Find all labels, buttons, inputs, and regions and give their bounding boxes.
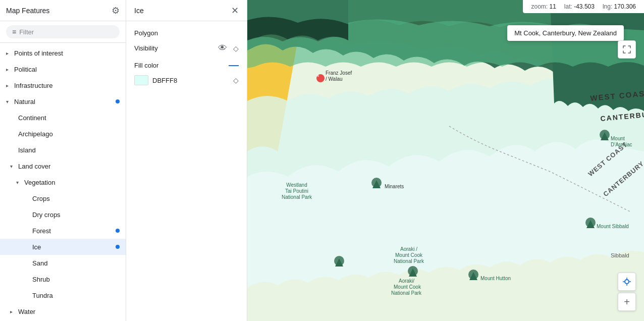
sidebar-item-label: Shrub [32,276,120,283]
sidebar-item-dry-crops[interactable]: Dry crops [0,206,126,223]
sidebar-item-ice[interactable]: Ice [0,239,126,255]
lng-label: lng: 170.306 [603,3,636,10]
active-dot [116,229,120,233]
sidebar-item-points-of-interest[interactable]: ▸Points of interest [0,45,126,61]
sidebar-item-label: Tundra [32,292,120,299]
detail-title: Ice [134,7,144,15]
polygon-label: Polygon [134,29,239,37]
sidebar: Map Features ⚙ ≡ Filter ▸Points of inter… [0,0,126,321]
svg-text:Sibbald: Sibbald [611,252,629,258]
tooltip-text: Mt Cook, Canterbury, New Zealand [514,29,617,37]
chevron-icon: ▾ [6,99,12,104]
svg-point-36 [625,280,629,284]
sidebar-item-label: Political [14,66,120,73]
svg-point-20 [585,218,596,228]
map-svg: WEST COAST CANTERBURY WEST COAST CANTERB… [247,0,644,321]
svg-point-35 [334,256,344,266]
fullscreen-button[interactable] [618,40,636,59]
eye-icon[interactable]: 👁 [218,43,227,54]
sidebar-item-shrub[interactable]: Shrub [0,271,126,287]
active-dot [116,99,120,103]
sidebar-item-label: Water [18,308,120,315]
sidebar-item-water[interactable]: ▸Water [0,303,126,319]
filter-bar: ≡ Filter [0,21,126,43]
tree-area: ▸Points of interest▸Political▸Infrastruc… [0,43,126,321]
sidebar-item-label: Crops [32,195,120,202]
close-button[interactable]: ✕ [231,5,239,16]
sidebar-item-continent[interactable]: Continent [0,110,126,126]
svg-text:Mount Hutton: Mount Hutton [480,276,511,281]
chevron-icon: ▾ [10,164,16,169]
svg-text:Mount: Mount [611,136,625,141]
sidebar-item-sand[interactable]: Sand [0,255,126,271]
gear-icon[interactable]: ⚙ [112,5,120,16]
sidebar-item-label: Land cover [18,163,120,170]
sidebar-item-political[interactable]: ▸Political [0,61,126,77]
sidebar-item-vegetation[interactable]: ▾Vegetation [0,174,126,190]
filter-input[interactable]: ≡ Filter [6,25,120,38]
svg-text:6: 6 [317,73,319,78]
sidebar-title: Map Features [6,7,49,15]
sidebar-item-label: Island [18,146,120,154]
chevron-icon: ▸ [6,83,12,88]
filter-icon: ≡ [12,28,16,36]
zoom-label: zoom: 11 [531,3,556,10]
location-button[interactable] [618,273,636,291]
fill-color-row: Fill color [134,62,239,69]
svg-text:Aoraki/: Aoraki/ [399,278,414,284]
sidebar-item-island[interactable]: Island [0,142,126,158]
svg-text:/ Walau: / Walau [326,76,343,82]
sidebar-item-label: Archipelago [18,130,120,138]
sidebar-item-label: Vegetation [24,179,120,186]
zoom-in-button[interactable]: + [618,293,636,311]
sidebar-item-infrastructure[interactable]: ▸Infrastructure [0,77,126,93]
sidebar-item-label: Natural [14,98,116,105]
map-topbar: zoom: 11 lat: -43.503 lng: 170.306 [523,0,644,13]
active-dot [116,245,120,249]
visibility-diamond-icon[interactable]: ◇ [233,44,239,52]
chevron-icon: ▾ [16,180,22,185]
sidebar-item-archipelago[interactable]: Archipelago [0,126,126,142]
sidebar-item-label: Points of interest [14,49,120,57]
svg-point-31 [468,270,478,280]
lng-value: 170.306 [614,3,636,10]
svg-text:National Park: National Park [394,258,424,264]
chevron-icon: ▸ [6,50,12,56]
sidebar-item-label: Dry crops [32,211,120,219]
map-area[interactable]: zoom: 11 lat: -43.503 lng: 170.306 WEST … [247,0,644,321]
filter-placeholder: Filter [19,28,114,36]
sidebar-item-forest[interactable]: Forest [0,223,126,239]
visibility-label: Visibility [134,44,158,52]
sidebar-item-label: Sand [32,259,120,267]
svg-text:Franz Josef: Franz Josef [326,70,352,76]
sidebar-item-crops[interactable]: Crops [0,190,126,206]
lat-label: lat: -43.503 [564,3,595,10]
svg-text:Minarets: Minarets [385,184,404,189]
color-diamond-icon[interactable]: ◇ [233,76,239,84]
zoom-value: 11 [549,3,556,10]
svg-text:National Park: National Park [391,290,422,296]
sidebar-item-land-cover[interactable]: ▾Land cover [0,158,126,174]
chevron-icon: ▸ [6,67,12,72]
color-swatch-row[interactable]: DBFFF8 ◇ [134,75,239,85]
sidebar-item-label: Continent [18,114,120,122]
svg-text:Mount Cook: Mount Cook [394,284,421,290]
sidebar-item-tundra[interactable]: Tundra [0,287,126,303]
svg-text:National Park: National Park [282,194,312,200]
svg-point-26 [408,266,418,276]
svg-text:Tai Poutini: Tai Poutini [285,188,308,194]
color-swatch[interactable] [134,75,148,85]
lat-value: -43.503 [574,3,595,10]
map-tooltip: Mt Cook, Canterbury, New Zealand [507,25,624,41]
svg-text:Mount Sibbald: Mount Sibbald [597,224,629,229]
sidebar-header: Map Features ⚙ [0,0,126,21]
svg-point-16 [600,130,610,140]
fill-color-line [229,65,239,66]
svg-point-13 [371,178,382,188]
fill-color-label: Fill color [134,62,158,69]
sidebar-item-natural[interactable]: ▾Natural [0,93,126,110]
visibility-row: Visibility 👁 ◇ [134,43,239,54]
svg-text:Westland: Westland [286,182,307,188]
sidebar-item-label: Forest [32,227,116,235]
svg-text:Aoraki /: Aoraki / [400,246,417,252]
